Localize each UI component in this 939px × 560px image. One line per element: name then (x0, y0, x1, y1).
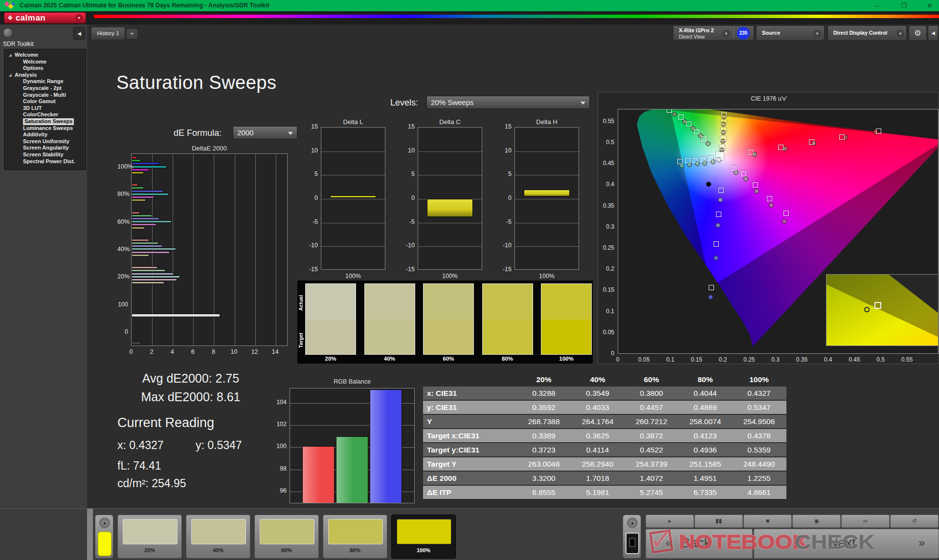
current-cdm2: cd/m²: 254.95 (117, 477, 186, 490)
title-bar: Calman 2025 Calman Ultimate for Business… (0, 0, 939, 11)
tree-expander-icon[interactable]: ◢ (9, 52, 11, 59)
cie-y-tick: 0.4 (598, 181, 614, 188)
sidebar-collapse-button[interactable]: ◀ (73, 27, 85, 40)
y-tick-label: -15 (398, 266, 415, 273)
tree-item-label: Welcome (15, 52, 38, 59)
measured-point (718, 197, 723, 202)
x-tick-label: 10 (227, 348, 242, 355)
table-row: Target y:CIE310.37230.41140.45220.49360.… (423, 443, 786, 456)
tree-item-grayscale-multi[interactable]: Grayscale - Multi (4, 92, 86, 99)
meter-count-badge[interactable]: 235 (737, 27, 750, 40)
patch-button-20%[interactable]: 20% (117, 515, 182, 559)
table-cell: 260.7212 (625, 415, 678, 428)
deltae-bar (132, 220, 172, 223)
x-label: 100% (321, 273, 385, 280)
tree-item-screen-angularity[interactable]: Screen Angularity (4, 145, 86, 151)
next-button[interactable]: Next » (754, 529, 939, 559)
chevron-down-icon (288, 132, 293, 135)
deltae-bar (132, 196, 154, 198)
tree-item-analysis[interactable]: ◢Analysis (4, 72, 86, 79)
patch-button-40%[interactable]: 40% (186, 515, 250, 559)
tree-expander-icon[interactable]: ◢ (9, 72, 11, 79)
tree-item-saturation-sweeps[interactable]: Saturation Sweeps (4, 118, 86, 125)
eye-button[interactable]: ◉ (792, 515, 841, 528)
de-formula-select[interactable]: 2000 (233, 126, 297, 139)
tree-item-welcome[interactable]: ◢Welcome (4, 52, 86, 59)
patch-button-100%[interactable]: 100% (391, 515, 456, 559)
arrow-up-icon[interactable]: ▲ (99, 517, 110, 528)
display-control-dropdown[interactable]: Direct Display Control ▼ (827, 25, 907, 41)
window-title: Calman 2025 Calman Ultimate for Business… (20, 2, 269, 9)
calman-app-window: Calman 2025 Calman Ultimate for Business… (0, 0, 939, 560)
pause-button[interactable]: ▮▮ (694, 515, 743, 528)
tree-item-color-gamut[interactable]: Color Gamut (4, 98, 86, 105)
table-cell: 1.7018 (571, 472, 625, 485)
splitter-handle[interactable] (87, 509, 93, 560)
tree-item-colorchecker[interactable]: ColorChecker (4, 111, 86, 118)
sidebar-status-orb[interactable] (3, 28, 13, 38)
tab-history-1[interactable]: History 1 (91, 27, 125, 40)
y-tick-label: 96 (274, 487, 287, 494)
refresh-button[interactable]: ↺ (890, 515, 939, 528)
black-point (706, 182, 711, 187)
stop-button[interactable]: ■ (743, 515, 792, 528)
tree-item-spectral-power-dist-[interactable]: Spectral Power Dist. (4, 158, 86, 165)
tree-item-options[interactable]: Options (4, 65, 86, 72)
tree-item-grayscale-2pt[interactable]: Grayscale - 2pt (4, 85, 86, 92)
y-tick-label: 10 (301, 147, 318, 154)
cie-x-tick: 0.05 (634, 356, 654, 363)
swatch-label: 20% (305, 356, 356, 362)
tree-item-additivity[interactable]: Additivity (4, 131, 86, 138)
patch-button-60%[interactable]: 60% (254, 515, 319, 559)
y-tick-label: 15 (495, 123, 512, 130)
meter-dropdown[interactable]: X-Rite i1Pro 2 Direct View ▼ 235 (673, 25, 754, 41)
table-row: y: CIE310.35920.40330.44570.48690.5347 (423, 401, 786, 414)
table-cell: 1.4072 (625, 472, 678, 485)
minimize-button[interactable]: – (870, 1, 884, 10)
calman-menu-button[interactable]: ❖ calman ▼ (4, 12, 86, 23)
patch-button-label: 60% (255, 547, 318, 553)
group-label: 40% (117, 246, 128, 253)
deltae-bar (132, 239, 149, 241)
table-cell: 6.7335 (678, 486, 732, 499)
source-dropdown[interactable]: Source ▼ (756, 25, 825, 41)
current-x: x: 0.4327 (117, 439, 164, 452)
delta_h-plot (514, 127, 579, 270)
pattern-window-button[interactable] (626, 533, 639, 554)
close-button[interactable]: ✕ (922, 1, 937, 10)
tree-item-luminance-sweeps[interactable]: Luminance Sweeps (4, 125, 86, 132)
table-cell: 0.4044 (678, 387, 732, 400)
settings-gear-button[interactable]: ⚙ (909, 25, 927, 41)
table-row: x: CIE310.32880.35490.38000.40440.4327 (423, 387, 786, 400)
tree-item-dynamic-range[interactable]: Dynamic Range (4, 78, 86, 85)
calman-diamond-icon: ❖ (7, 14, 13, 22)
meter-name: X-Rite i1Pro 2 (679, 27, 714, 33)
target-square (720, 136, 726, 141)
tree-item-screen-uniformity[interactable]: Screen Uniformity (4, 138, 86, 145)
group-label: 20% (117, 273, 128, 280)
gridline (321, 151, 386, 152)
target-square (748, 150, 754, 155)
back-button[interactable]: « Back (646, 529, 753, 559)
loop-button[interactable]: ∞ (841, 515, 890, 528)
patch-button-80%[interactable]: 80% (323, 515, 387, 559)
play-button[interactable]: ▸ (646, 515, 694, 528)
tree-item-screen-stability[interactable]: Screen Stability (4, 151, 86, 158)
x-tick-label: 0 (124, 348, 138, 355)
levels-select[interactable]: 20% Sweeps (426, 96, 590, 109)
arrow-up-icon[interactable]: ▲ (627, 517, 638, 528)
row-label: ΔE ITP (423, 486, 517, 499)
table-cell: 254.9506 (732, 415, 786, 428)
table-cell: 0.3592 (517, 401, 571, 414)
tree-item-3d-lut[interactable]: 3D LUT (4, 105, 86, 112)
deltae-bar (132, 276, 180, 278)
table-cell: 3.3200 (517, 472, 571, 485)
table-cell: 258.2940 (571, 457, 625, 471)
pattern-window-icon (629, 538, 635, 547)
add-tab-button[interactable]: + (126, 28, 138, 39)
panel-collapse-button[interactable]: ◀ (928, 25, 939, 41)
restore-button[interactable]: ❐ (896, 1, 911, 10)
cie-y-tick: 0.3 (598, 223, 614, 230)
tree-item-welcome[interactable]: Welcome (4, 59, 86, 65)
active-patch-preview[interactable] (98, 532, 112, 556)
